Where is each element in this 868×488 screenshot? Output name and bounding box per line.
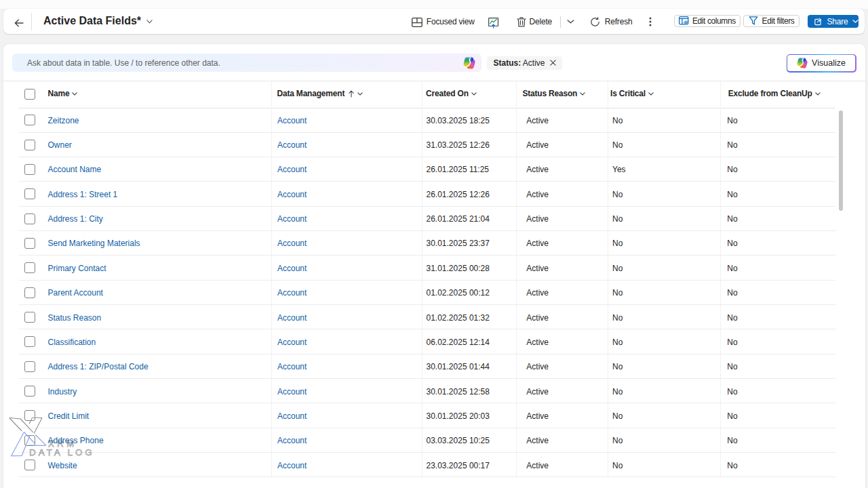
svg-text:DATA LOG: DATA LOG [29, 447, 95, 458]
